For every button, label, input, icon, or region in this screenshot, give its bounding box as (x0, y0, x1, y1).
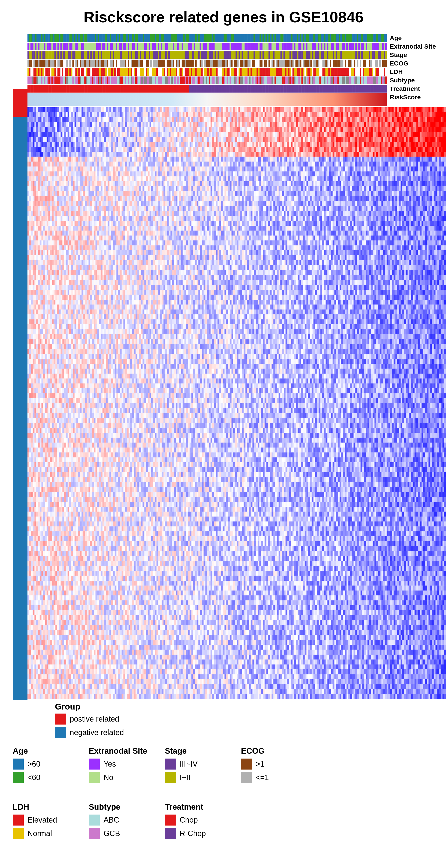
stage-label: Stage (387, 51, 446, 59)
extranodal-no-label: No (103, 773, 113, 782)
legend-extranodal: Extranodal Site Yes No (89, 746, 148, 785)
subtype-gcb-color (89, 828, 100, 839)
stage-iii-iv-color (165, 758, 176, 770)
track-riskscore: RiskScore (28, 93, 446, 106)
subtype-track-canvas (28, 76, 387, 84)
negative-label: negative related (70, 728, 124, 737)
stage-iii-iv: III~IV (165, 758, 224, 770)
subtype-abc-label: ABC (103, 815, 119, 825)
left-bar-red (13, 89, 28, 117)
group-negative-item: negative related (55, 727, 434, 738)
positive-color (55, 714, 66, 724)
treatment-rchop-label: R-Chop (180, 829, 206, 838)
extranodal-yes-color (89, 758, 100, 770)
age-lt60: <60 (13, 772, 72, 783)
treatment-rchop: R-Chop (165, 828, 224, 839)
ecog-gt1-color (241, 758, 252, 770)
age-gt60: >60 (13, 758, 72, 770)
track-subtype: Subtype (28, 76, 446, 84)
ecog-le1-color (241, 772, 252, 783)
ldh-elevated-color (13, 814, 24, 826)
ldh-track-canvas (28, 68, 387, 75)
stage-i-ii-color (165, 772, 176, 783)
track-stage: Stage (28, 51, 446, 59)
legend-ldh: LDH Elevated Normal (13, 803, 72, 842)
group-legend: Group postive related negative related (13, 702, 434, 738)
legend-treatment-title: Treatment (165, 803, 224, 812)
legend-ecog-title: ECOG (241, 746, 300, 755)
age-lt60-label: <60 (28, 773, 40, 782)
subtype-gcb: GCB (89, 828, 148, 839)
extranodal-yes-label: Yes (103, 760, 116, 769)
legend-row2: LDH Elevated Normal Subtype ABC GCB (13, 803, 434, 842)
legend-stage: Stage III~IV I~II (165, 746, 224, 785)
group-positive-item: postive related (55, 714, 434, 724)
main-container: Risckscore related genes in GSE10846 Age… (0, 0, 447, 854)
extranodal-no-color (89, 772, 100, 783)
ldh-normal: Normal (13, 828, 72, 839)
subtype-gcb-label: GCB (103, 829, 120, 838)
main-heatmap (28, 107, 446, 700)
treatment-rchop-color (165, 828, 176, 839)
track-treatment: Treatment (28, 85, 446, 93)
track-ecog: ECOG (28, 60, 446, 67)
age-track-canvas (28, 34, 387, 42)
subtype-abc-color (89, 814, 100, 826)
legend-extranodal-title: Extranodal Site (89, 746, 148, 755)
ecog-track-canvas (28, 60, 387, 67)
heatmap-area: Age Extranodal Site Stage ECOG (13, 34, 434, 700)
ecog-le1-label: <=1 (256, 773, 269, 782)
legend-age-title: Age (13, 746, 72, 755)
group-legend-title: Group (55, 702, 434, 711)
ldh-elevated-label: Elevated (28, 815, 57, 825)
ldh-label: LDH (387, 68, 446, 75)
stage-iii-iv-label: III~IV (180, 760, 198, 769)
ecog-gt1-label: >1 (256, 760, 264, 769)
riskscore-label: RiskScore (387, 93, 446, 106)
heatmap-canvas (28, 107, 446, 699)
ldh-normal-color (13, 828, 24, 839)
right-legend-area: 7 0 -7 (446, 34, 447, 700)
riskscore-track-canvas (28, 93, 387, 106)
legend-subtype-title: Subtype (89, 803, 148, 812)
track-age: Age (28, 34, 446, 42)
legend-subtype: Subtype ABC GCB (89, 803, 148, 842)
legend-treatment: Treatment Chop R-Chop (165, 803, 224, 842)
treatment-track-canvas (28, 85, 387, 93)
ldh-elevated: Elevated (13, 814, 72, 826)
age-lt60-color (13, 772, 24, 783)
left-bar-area (13, 89, 28, 700)
extranodal-track-canvas (28, 43, 387, 50)
chart-title: Risckscore related genes in GSE10846 (13, 8, 434, 26)
annotation-tracks: Age Extranodal Site Stage ECOG (28, 34, 446, 106)
legend-stage-title: Stage (165, 746, 224, 755)
legend-ecog: ECOG >1 <=1 (241, 746, 300, 785)
age-gt60-color (13, 758, 24, 770)
ecog-le1: <=1 (241, 772, 300, 783)
legend-row1: Age >60 <60 Extranodal Site Yes No (13, 746, 434, 785)
legend-age: Age >60 <60 (13, 746, 72, 785)
treatment-chop: Chop (165, 814, 224, 826)
stage-track-canvas (28, 51, 387, 59)
ecog-label: ECOG (387, 60, 446, 67)
extranodal-yes: Yes (89, 758, 148, 770)
center-area: Age Extranodal Site Stage ECOG (28, 34, 446, 700)
stage-i-ii-label: I~II (180, 773, 190, 782)
ecog-gt1: >1 (241, 758, 300, 770)
extranodal-label: Extranodal Site (387, 43, 446, 50)
treatment-chop-color (165, 814, 176, 826)
negative-color (55, 727, 66, 738)
extranodal-no: No (89, 772, 148, 783)
subtype-label: Subtype (387, 76, 446, 84)
age-gt60-label: >60 (28, 760, 40, 769)
stage-i-ii: I~II (165, 772, 224, 783)
treatment-chop-label: Chop (180, 815, 198, 825)
subtype-abc: ABC (89, 814, 148, 826)
age-label: Age (387, 34, 446, 42)
positive-label: postive related (70, 715, 119, 723)
track-extranodal: Extranodal Site (28, 43, 446, 50)
treatment-label: Treatment (387, 85, 446, 93)
track-ldh: LDH (28, 68, 446, 75)
left-bar-blue (13, 117, 28, 700)
ldh-normal-label: Normal (28, 829, 52, 838)
